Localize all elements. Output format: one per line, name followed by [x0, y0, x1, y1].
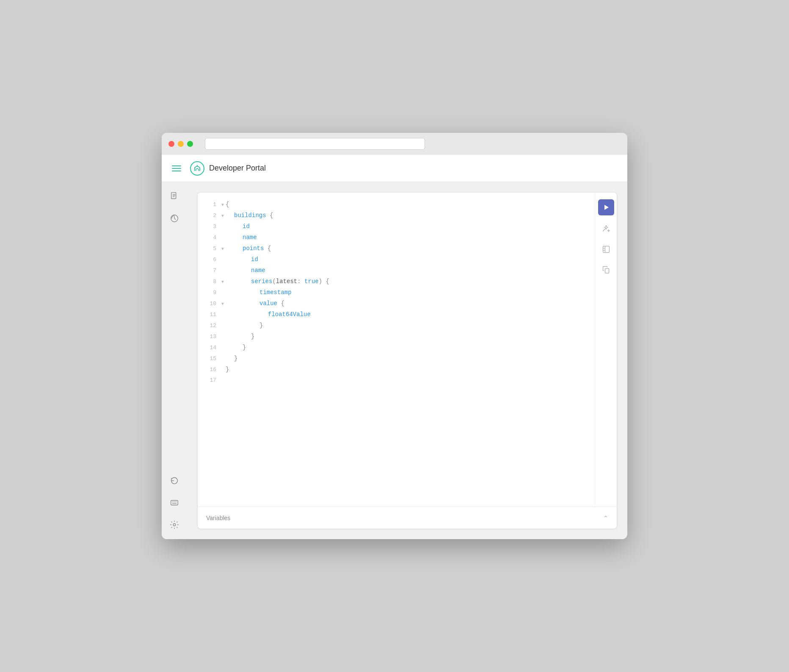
variables-label: Variables	[206, 515, 230, 521]
code-line-3: 3 ▼ id	[198, 223, 595, 234]
menu-icon[interactable]	[170, 164, 183, 173]
code-line-2: 2 ▼ buildings {	[198, 212, 595, 223]
code-line-8: 8 ▼ series ( latest : true ) {	[198, 278, 595, 289]
code-line-10: 10 ▼ value {	[198, 300, 595, 311]
svg-rect-4	[171, 501, 178, 505]
settings-icon[interactable]	[168, 519, 180, 531]
minimize-button[interactable]	[178, 141, 184, 147]
sidebar-top	[168, 190, 180, 465]
code-line-4: 4 ▼ name	[198, 234, 595, 245]
svg-line-7	[603, 229, 605, 231]
keyboard-shortcut-icon[interactable]	[168, 497, 180, 509]
code-line-17: 17 ▼	[198, 377, 595, 388]
content-area: 1 ▼ { 2 ▼ buildings {	[187, 182, 627, 539]
refresh-icon[interactable]	[168, 475, 180, 487]
app-title: Developer Portal	[209, 164, 266, 173]
ai-assist-icon[interactable]	[599, 222, 613, 236]
copy-icon[interactable]	[599, 263, 613, 276]
svg-rect-9	[605, 269, 609, 273]
svg-point-5	[173, 523, 176, 526]
code-line-7: 7 ▼ name	[198, 267, 595, 278]
variables-footer[interactable]: Variables ⌃	[198, 507, 617, 529]
titlebar	[162, 133, 627, 155]
main-layout: 1 ▼ { 2 ▼ buildings {	[162, 182, 627, 539]
code-editor[interactable]: 1 ▼ { 2 ▼ buildings {	[198, 193, 595, 507]
code-line-14: 14 ▼ }	[198, 344, 595, 355]
sidebar	[162, 182, 187, 539]
traffic-lights	[168, 141, 193, 147]
editor-top: 1 ▼ { 2 ▼ buildings {	[198, 193, 617, 507]
code-line-15: 15 ▼ }	[198, 355, 595, 366]
code-line-13: 13 ▼ }	[198, 333, 595, 344]
code-line-12: 12 ▼ }	[198, 322, 595, 333]
logo-icon	[190, 161, 205, 176]
code-line-11: 11 ▼ float64Value	[198, 311, 595, 322]
history-icon[interactable]	[168, 212, 180, 224]
document-icon[interactable]	[168, 190, 180, 202]
svg-marker-6	[604, 205, 609, 210]
code-line-9: 9 ▼ timestamp	[198, 289, 595, 300]
url-bar[interactable]	[205, 138, 425, 150]
editor-panel: 1 ▼ { 2 ▼ buildings {	[197, 192, 617, 529]
app-header: Developer Portal	[162, 155, 627, 182]
sidebar-bottom	[168, 475, 180, 531]
editor-toolbar	[595, 193, 617, 507]
app-window: Developer Portal	[162, 133, 627, 539]
maximize-button[interactable]	[187, 141, 193, 147]
run-button[interactable]	[598, 199, 614, 215]
close-button[interactable]	[168, 141, 174, 147]
logo-container: Developer Portal	[190, 161, 266, 176]
expand-icon[interactable]	[599, 242, 613, 256]
code-line-5: 5 ▼ points {	[198, 245, 595, 256]
svg-rect-8	[603, 246, 609, 253]
code-line-1: 1 ▼ {	[198, 201, 595, 212]
code-line-16: 16 ▼ }	[198, 366, 595, 377]
code-line-6: 6 ▼ id	[198, 256, 595, 267]
chevron-up-icon: ⌃	[603, 515, 608, 521]
